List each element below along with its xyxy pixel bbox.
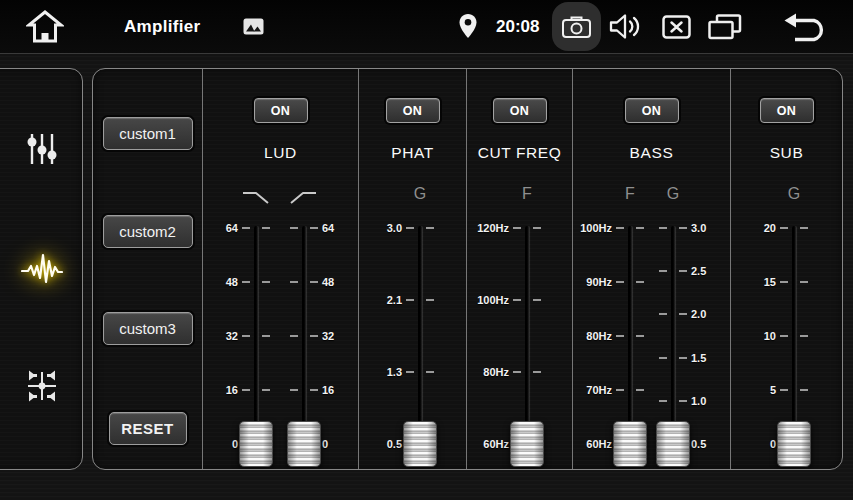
tick-dash <box>659 313 667 315</box>
cut-freq-column: ON CUT FREQ F 120Hz100Hz80Hz60Hz <box>467 69 573 469</box>
lud-column: ON LUD 644832160 644832160 <box>203 69 359 469</box>
sub-gain-slider[interactable]: 20151050 <box>780 228 808 464</box>
camera-button[interactable] <box>552 2 601 51</box>
bass-title: BASS <box>573 144 730 162</box>
tick-label: 120Hz <box>477 222 509 234</box>
bass-gain-slider[interactable]: 3.02.52.01.51.00.5 <box>659 228 687 464</box>
slider-thumb[interactable] <box>656 421 690 467</box>
tick-dash <box>426 371 434 373</box>
amplifier-panel: custom1 custom2 custom3 RESET ON LUD 644… <box>92 68 843 470</box>
sidebar-item-balance-fader[interactable] <box>23 367 61 405</box>
tick-dash <box>262 389 270 391</box>
slider-thumb[interactable] <box>613 421 647 467</box>
tick-label: 1.3 <box>387 366 402 378</box>
tick-dash <box>616 281 624 283</box>
phat-on-button[interactable]: ON <box>386 98 440 123</box>
gallery-button[interactable] <box>243 18 264 35</box>
close-app-button[interactable] <box>662 15 691 39</box>
tick-dash <box>780 389 788 391</box>
lowpass-curve-icon <box>242 189 270 205</box>
custom3-button[interactable]: custom3 <box>103 312 193 345</box>
tick-dash <box>800 227 808 229</box>
tick-dash <box>780 281 788 283</box>
tick-label: 70Hz <box>586 384 612 396</box>
equalizer-icon <box>25 132 59 166</box>
tick-dash <box>800 389 808 391</box>
tick-label: 100Hz <box>580 222 612 234</box>
cut-freq-slider[interactable]: 120Hz100Hz80Hz60Hz <box>513 228 541 464</box>
sub-on-button[interactable]: ON <box>760 98 814 123</box>
slider-thumb[interactable] <box>403 421 437 467</box>
tick-label: 1.5 <box>691 352 706 364</box>
tick-dash <box>426 227 434 229</box>
location-button[interactable] <box>459 14 477 39</box>
tick-label: 16 <box>226 384 238 396</box>
clock[interactable]: 20:08 <box>496 0 539 53</box>
tick-dash <box>679 270 687 272</box>
tick-dash <box>636 227 644 229</box>
tick-dash <box>780 227 788 229</box>
cut-freq-on-button[interactable]: ON <box>493 98 547 123</box>
tick-dash <box>290 227 298 229</box>
tick-dash <box>659 270 667 272</box>
sidebar-item-equalizer[interactable] <box>25 132 59 166</box>
tick-label: 64 <box>322 222 334 234</box>
highpass-curve-icon <box>290 189 318 205</box>
tick-dash <box>659 400 667 402</box>
tick-label: 2.0 <box>691 308 706 320</box>
tick-label: 2.5 <box>691 265 706 277</box>
bass-freq-slider[interactable]: 100Hz90Hz80Hz70Hz60Hz <box>616 228 644 464</box>
tick-dash <box>616 335 624 337</box>
tick-dash <box>636 389 644 391</box>
tick-dash <box>533 299 541 301</box>
volume-button[interactable] <box>609 13 641 40</box>
tick-dash <box>513 371 521 373</box>
tick-dash <box>310 335 318 337</box>
bass-on-button[interactable]: ON <box>625 98 679 123</box>
tick-dash <box>616 227 624 229</box>
tick-label: 2.1 <box>387 294 402 306</box>
bass-freq-label: F <box>625 185 635 203</box>
lud-on-button[interactable]: ON <box>254 98 308 123</box>
tick-label: 10 <box>764 330 776 342</box>
tick-label: 15 <box>764 276 776 288</box>
tick-dash <box>679 227 687 229</box>
tick-label: 32 <box>226 330 238 342</box>
sub-column: ON SUB G 20151050 <box>731 69 842 469</box>
tick-label: 80Hz <box>483 366 509 378</box>
tick-dash <box>513 227 521 229</box>
tick-dash <box>800 335 808 337</box>
tick-dash <box>290 335 298 337</box>
custom1-button[interactable]: custom1 <box>103 117 193 150</box>
phat-gain-label: G <box>414 185 426 203</box>
sub-gain-label: G <box>788 185 800 203</box>
recent-apps-button[interactable] <box>708 14 742 40</box>
recent-apps-icon <box>708 14 742 40</box>
back-button[interactable] <box>783 12 827 42</box>
cut-freq-label: F <box>522 185 532 203</box>
tick-dash <box>262 227 270 229</box>
custom2-button[interactable]: custom2 <box>103 215 193 248</box>
slider-thumb[interactable] <box>777 421 811 467</box>
tick-label: 0 <box>322 438 328 450</box>
tick-dash <box>406 227 414 229</box>
lud-lowpass-slider[interactable]: 644832160 <box>242 228 270 464</box>
slider-thumb[interactable] <box>510 421 544 467</box>
phat-gain-slider[interactable]: 3.02.11.30.5 <box>406 228 434 464</box>
sidebar-item-sound-effects[interactable] <box>21 252 63 286</box>
tick-label: 48 <box>226 276 238 288</box>
tick-dash <box>406 371 414 373</box>
tick-label: 0.5 <box>691 438 706 450</box>
tick-label: 60Hz <box>586 438 612 450</box>
reset-button[interactable]: RESET <box>109 412 187 445</box>
tick-label: 20 <box>764 222 776 234</box>
home-button[interactable] <box>26 9 64 45</box>
speaker-fader-icon <box>23 367 61 405</box>
tick-label: 0 <box>770 438 776 450</box>
tick-label: 3.0 <box>691 222 706 234</box>
slider-thumb[interactable] <box>287 421 321 467</box>
tick-label: 90Hz <box>586 276 612 288</box>
lud-highpass-slider[interactable]: 644832160 <box>290 228 318 464</box>
camera-icon <box>561 14 592 39</box>
slider-thumb[interactable] <box>239 421 273 467</box>
